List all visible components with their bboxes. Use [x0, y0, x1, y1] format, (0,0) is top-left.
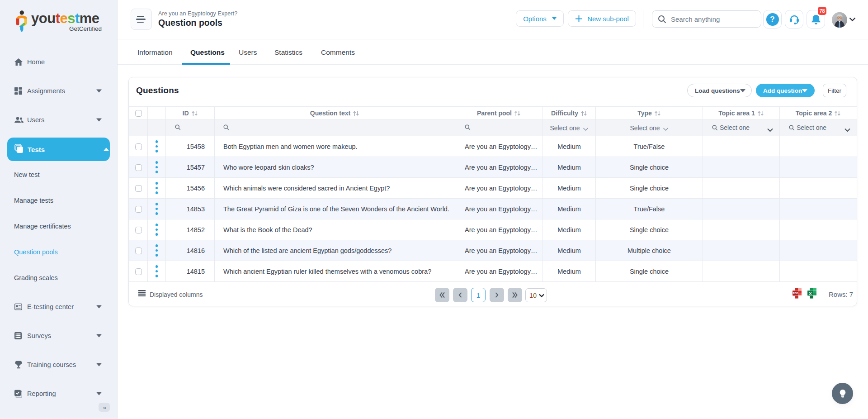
- svg-text:X: X: [809, 291, 812, 296]
- svg-text:PDF: PDF: [793, 292, 798, 295]
